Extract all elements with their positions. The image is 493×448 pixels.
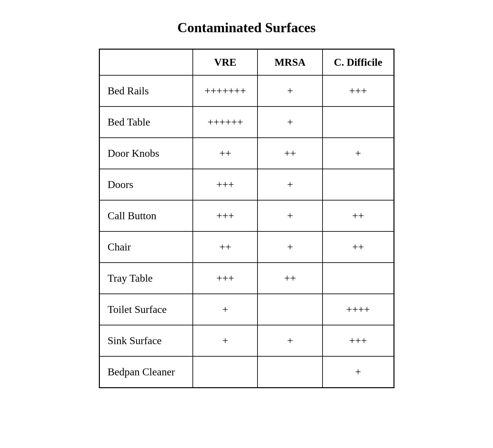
cell-mrsa: ++ — [258, 263, 322, 294]
cell-c-difficile — [323, 169, 394, 200]
row-label: Bed Rails — [99, 75, 193, 106]
row-label: Sink Surface — [99, 325, 193, 356]
row-label: Toilet Surface — [99, 294, 193, 325]
cell-mrsa: ++ — [258, 138, 322, 169]
cell-mrsa: + — [258, 106, 322, 138]
cell-c-difficile: +++ — [323, 325, 394, 356]
cell-vre: ++++++ — [193, 106, 258, 138]
page-container: Contaminated Surfaces VRE MRSA C. Diffic… — [82, 20, 411, 388]
cell-c-difficile: ++ — [323, 231, 394, 263]
cell-mrsa: + — [258, 169, 322, 200]
cell-c-difficile: +++ — [323, 75, 394, 106]
col-header-c-difficile: C. Difficile — [323, 49, 394, 76]
table-row: Doors++++ — [99, 169, 394, 200]
table-row: Door Knobs+++++ — [99, 138, 394, 169]
row-label: Doors — [99, 169, 193, 200]
row-label: Bed Table — [99, 106, 193, 138]
contaminated-surfaces-table: VRE MRSA C. Difficile Bed Rails+++++++++… — [99, 49, 394, 388]
row-label: Call Button — [99, 200, 193, 231]
cell-c-difficile: ++ — [323, 200, 394, 231]
table-header-row: VRE MRSA C. Difficile — [99, 49, 394, 76]
cell-mrsa: + — [258, 231, 322, 263]
table-row: Bed Table+++++++ — [99, 106, 394, 138]
cell-vre: + — [193, 294, 258, 325]
cell-c-difficile — [323, 106, 394, 138]
cell-vre: +++ — [193, 200, 258, 231]
cell-mrsa: + — [258, 200, 322, 231]
row-label: Tray Table — [99, 263, 193, 294]
table-row: Toilet Surface+++++ — [99, 294, 394, 325]
table-row: Bedpan Cleaner+ — [99, 356, 394, 388]
col-header-label — [99, 49, 193, 76]
cell-c-difficile: ++++ — [323, 294, 394, 325]
row-label: Bedpan Cleaner — [99, 356, 193, 388]
cell-vre: ++ — [193, 138, 258, 169]
cell-c-difficile: + — [323, 356, 394, 388]
table-row: Tray Table+++++ — [99, 263, 394, 294]
cell-vre: + — [193, 325, 258, 356]
table-row: Call Button++++++ — [99, 200, 394, 231]
cell-mrsa: + — [258, 75, 322, 106]
cell-mrsa — [258, 294, 322, 325]
cell-vre — [193, 356, 258, 388]
cell-vre: +++++++ — [193, 75, 258, 106]
table-row: Bed Rails+++++++++++ — [99, 75, 394, 106]
cell-mrsa: + — [258, 325, 322, 356]
col-header-mrsa: MRSA — [258, 49, 322, 76]
row-label: Door Knobs — [99, 138, 193, 169]
row-label: Chair — [99, 231, 193, 263]
cell-mrsa — [258, 356, 322, 388]
cell-c-difficile: + — [323, 138, 394, 169]
cell-c-difficile — [323, 263, 394, 294]
cell-vre: ++ — [193, 231, 258, 263]
table-row: Chair+++++ — [99, 231, 394, 263]
cell-vre: +++ — [193, 263, 258, 294]
col-header-vre: VRE — [193, 49, 258, 76]
table-row: Sink Surface+++++ — [99, 325, 394, 356]
page-title: Contaminated Surfaces — [177, 20, 316, 35]
cell-vre: +++ — [193, 169, 258, 200]
